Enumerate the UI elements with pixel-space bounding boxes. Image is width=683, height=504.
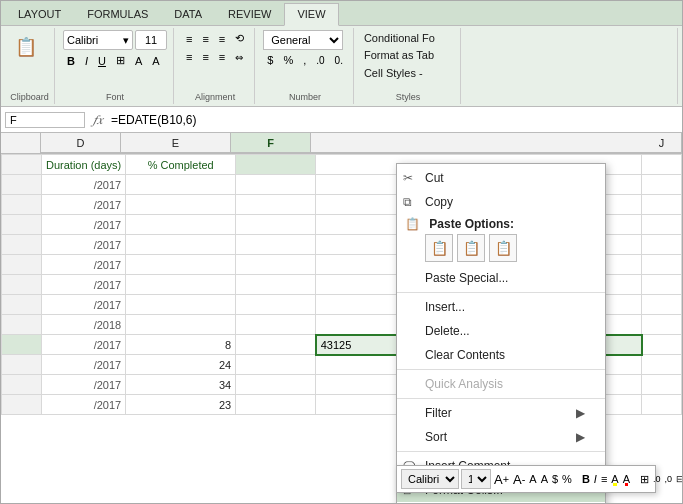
cell-e[interactable] xyxy=(236,175,316,195)
cell-date[interactable]: /2017 xyxy=(42,215,126,235)
cell-d-value[interactable]: 23 xyxy=(126,395,236,415)
mini-increase-dec-btn[interactable]: .0 xyxy=(652,470,662,488)
cell-j-value[interactable] xyxy=(642,355,682,375)
cell-date[interactable]: /2017 xyxy=(42,375,126,395)
cell-d[interactable] xyxy=(126,295,236,315)
cell-date[interactable]: /2017 xyxy=(42,255,126,275)
cell-date[interactable]: /2017 xyxy=(42,275,126,295)
tab-formulas[interactable]: FORMULAS xyxy=(74,3,161,25)
mini-highlight-btn[interactable]: A xyxy=(610,470,619,488)
cell-e-value[interactable] xyxy=(236,375,316,395)
mini-align-btn[interactable]: ≡ xyxy=(600,470,608,488)
cell-d[interactable] xyxy=(126,315,236,335)
merge-center-btn[interactable]: ⇔ xyxy=(231,50,247,65)
cell-date[interactable]: /2017 xyxy=(42,295,126,315)
mini-size-dropdown[interactable]: 11 xyxy=(461,469,491,489)
cell-j[interactable] xyxy=(642,255,682,275)
comma-btn[interactable]: , xyxy=(299,52,310,68)
bold-btn[interactable]: B xyxy=(63,53,79,69)
tab-review[interactable]: REVIEW xyxy=(215,3,284,25)
cell-e-value[interactable] xyxy=(236,355,316,375)
ctx-filter[interactable]: Filter ▶ xyxy=(397,401,605,425)
fill-color-btn[interactable]: A xyxy=(131,53,146,69)
align-top-btn[interactable]: ≡ xyxy=(182,31,196,47)
cell-e-value[interactable] xyxy=(236,395,316,415)
percent-btn[interactable]: % xyxy=(279,52,297,68)
mini-font-dropdown[interactable]: Calibri xyxy=(401,469,459,489)
cell-date[interactable]: /2018 xyxy=(42,315,126,335)
tab-data[interactable]: DATA xyxy=(161,3,215,25)
align-right-btn[interactable]: ≡ xyxy=(215,49,229,65)
ctx-pick-dropdown[interactable]: Pick From Drop-down List... xyxy=(397,502,605,503)
tab-layout[interactable]: LAYOUT xyxy=(5,3,74,25)
cell-d-value[interactable]: 8 xyxy=(126,335,236,355)
paste-btn-1[interactable]: 📋 xyxy=(425,234,453,262)
align-left-btn[interactable]: ≡ xyxy=(182,49,196,65)
cell-j[interactable] xyxy=(642,315,682,335)
italic-btn[interactable]: I xyxy=(81,53,92,69)
cell-j[interactable] xyxy=(642,295,682,315)
mini-dollar-btn[interactable]: $ xyxy=(551,470,559,488)
conditional-formatting-btn[interactable]: Conditional Fo xyxy=(362,30,437,47)
cell-j[interactable] xyxy=(642,235,682,255)
font-size-dropdown[interactable]: 11 xyxy=(135,30,167,50)
decrease-decimal-btn[interactable]: 0. xyxy=(331,53,347,68)
cell-e-value[interactable] xyxy=(236,335,316,355)
ctx-clear-contents[interactable]: Clear Contents xyxy=(397,343,605,367)
cell-d[interactable] xyxy=(126,235,236,255)
cell-date[interactable]: /2017 xyxy=(42,355,126,375)
ctx-cut[interactable]: ✂ Cut xyxy=(397,166,605,190)
ctx-copy[interactable]: ⧉ Copy xyxy=(397,190,605,214)
cell-j-value[interactable] xyxy=(642,375,682,395)
cell-j-value[interactable] xyxy=(642,335,682,355)
underline-btn[interactable]: U xyxy=(94,53,110,69)
cell-e[interactable] xyxy=(236,255,316,275)
cell-d[interactable] xyxy=(126,275,236,295)
paste-btn-3[interactable]: 📋 xyxy=(489,234,517,262)
formula-input[interactable] xyxy=(107,112,678,128)
mini-percent-btn[interactable]: % xyxy=(561,470,573,488)
cell-styles-btn[interactable]: Cell Styles - xyxy=(362,65,437,82)
mini-increase-font-btn[interactable]: A+ xyxy=(493,470,510,488)
cell-d[interactable] xyxy=(126,195,236,215)
increase-decimal-btn[interactable]: .0 xyxy=(312,53,328,68)
ctx-insert[interactable]: Insert... xyxy=(397,295,605,319)
cell-j[interactable] xyxy=(642,175,682,195)
cell-e[interactable] xyxy=(236,275,316,295)
cell-d-value[interactable]: 24 xyxy=(126,355,236,375)
text-angle-btn[interactable]: ⟲ xyxy=(231,30,248,47)
name-box[interactable] xyxy=(5,112,85,128)
mini-italic-btn[interactable]: I xyxy=(593,470,598,488)
cell-date[interactable]: /2017 xyxy=(42,195,126,215)
align-bottom-btn[interactable]: ≡ xyxy=(215,31,229,47)
cell-d[interactable] xyxy=(126,255,236,275)
ctx-sort[interactable]: Sort ▶ xyxy=(397,425,605,449)
ctx-delete[interactable]: Delete... xyxy=(397,319,605,343)
cell-e[interactable] xyxy=(236,315,316,335)
cell-j[interactable] xyxy=(642,275,682,295)
paste-btn[interactable]: 📋 xyxy=(11,34,41,60)
cell-date[interactable]: /2017 xyxy=(42,235,126,255)
align-center-btn[interactable]: ≡ xyxy=(198,49,212,65)
cell-j-value[interactable] xyxy=(642,395,682,415)
cell-e[interactable] xyxy=(236,235,316,255)
cell-date[interactable]: /2017 xyxy=(42,335,126,355)
mini-more-btn[interactable]: ⊟ xyxy=(675,470,682,488)
cell-d[interactable] xyxy=(126,175,236,195)
cell-d-value[interactable]: 34 xyxy=(126,375,236,395)
border-btn[interactable]: ⊞ xyxy=(112,52,129,69)
mini-borders-btn[interactable]: ⊞ xyxy=(639,470,650,488)
tab-view[interactable]: VIEW xyxy=(284,3,338,26)
mini-decrease-font-btn[interactable]: A- xyxy=(512,470,526,488)
cell-j[interactable] xyxy=(642,195,682,215)
align-middle-btn[interactable]: ≡ xyxy=(198,31,212,47)
accounting-btn[interactable]: $ xyxy=(263,52,277,68)
mini-font-A2-btn[interactable]: A xyxy=(540,470,549,488)
cell-e[interactable] xyxy=(236,215,316,235)
font-name-dropdown[interactable]: Calibri ▾ xyxy=(63,30,133,50)
format-as-table-btn[interactable]: Format as Tab xyxy=(362,47,437,64)
mini-decrease-dec-btn[interactable]: ,0 xyxy=(664,470,674,488)
ctx-paste-special[interactable]: Paste Special... xyxy=(397,266,605,290)
cell-date[interactable]: /2017 xyxy=(42,395,126,415)
mini-font-color-btn[interactable]: A xyxy=(622,470,631,488)
